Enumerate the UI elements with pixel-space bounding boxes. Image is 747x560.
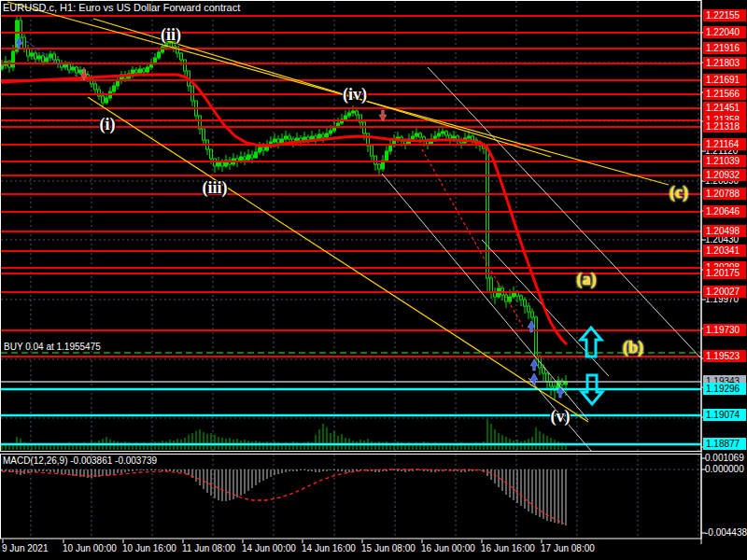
chart-title: EURUSD.c, H1: Euro vs US Dollar Forward … xyxy=(3,2,240,13)
candle-body xyxy=(274,139,276,142)
macd-layer xyxy=(1,455,701,539)
level-price-tag: 1.21164 xyxy=(703,138,746,150)
level-price-tag: 1.20498 xyxy=(703,225,746,237)
candle-body xyxy=(330,131,332,133)
candle-body xyxy=(247,155,250,160)
candle-body xyxy=(244,157,247,160)
candle-body xyxy=(251,155,254,158)
macd-scale-label: 0.000000 xyxy=(705,464,744,475)
candle-body xyxy=(374,156,377,164)
wave-label-a[interactable]: (a) xyxy=(577,270,597,289)
support-price-tag: 1.18877 xyxy=(703,438,746,450)
level-price-tag: 1.20646 xyxy=(703,205,746,217)
candle-body xyxy=(285,136,288,139)
candle-body xyxy=(94,84,97,90)
wave-label-ii[interactable]: (ii) xyxy=(161,25,181,45)
candle-body xyxy=(543,368,545,373)
candle-body xyxy=(12,51,15,67)
candle-body xyxy=(113,86,116,91)
candle-body xyxy=(389,145,392,151)
candle-body xyxy=(356,111,359,115)
wave-label-c[interactable]: (c) xyxy=(669,183,688,203)
candle-body xyxy=(528,306,530,312)
candle-body xyxy=(147,67,149,72)
candle-body xyxy=(262,147,265,150)
candle-body xyxy=(322,134,325,137)
candle-body xyxy=(449,135,452,138)
candle-body xyxy=(348,113,351,116)
level-price-tag: 1.19730 xyxy=(703,324,746,336)
candle-body xyxy=(419,133,422,137)
candle-body xyxy=(535,317,538,357)
level-price-tag: 1.20027 xyxy=(703,286,746,298)
buy-position-label: BUY 0.04 at 1.1955475 xyxy=(4,342,101,352)
candle-body xyxy=(64,64,67,67)
candle-body xyxy=(38,56,41,59)
candle-body xyxy=(76,67,78,73)
candle-body xyxy=(531,312,534,317)
time-axis-label: 17 Jun 08:00 xyxy=(541,543,595,553)
candle-body xyxy=(352,111,355,113)
level-price-tag: 1.20341 xyxy=(703,245,746,257)
candle-body xyxy=(472,136,474,140)
level-price-tag: 1.22040 xyxy=(703,26,746,38)
candle-body xyxy=(315,136,317,139)
level-price-tag: 1.21318 xyxy=(703,120,746,133)
support-price-tag: 1.19074 xyxy=(703,409,746,421)
candle-body xyxy=(468,136,471,138)
candle-body xyxy=(546,373,549,382)
level-price-tag: 1.22155 xyxy=(703,9,746,21)
candle-body xyxy=(218,162,220,166)
candle-body xyxy=(31,53,34,56)
candle-body xyxy=(79,70,82,73)
candle-body xyxy=(453,136,456,138)
candle-body xyxy=(42,56,45,62)
candle-body xyxy=(135,70,138,73)
candle-body xyxy=(143,69,146,72)
trade-buy-arrow-icon xyxy=(530,373,538,385)
candle-body xyxy=(132,70,134,74)
wave-label-b[interactable]: (b) xyxy=(623,338,643,357)
candle-body xyxy=(386,151,388,161)
candle-body xyxy=(184,60,187,71)
wave-label-iii[interactable]: (iii) xyxy=(203,178,228,198)
macd-signal-line xyxy=(2,469,564,524)
time-axis-label: 14 Jun 00:00 xyxy=(242,543,296,553)
candle-body xyxy=(35,53,37,59)
chart-canvas[interactable] xyxy=(0,0,747,560)
candle-body xyxy=(259,147,261,152)
candle-body xyxy=(345,116,347,119)
time-axis-label: 15 Jun 08:00 xyxy=(361,543,416,553)
level-price-tag: 1.19523 xyxy=(703,350,746,362)
wave-label-v[interactable]: (v) xyxy=(551,407,571,427)
wave-label-i[interactable]: (i) xyxy=(100,115,116,134)
candle-body xyxy=(486,148,489,278)
level-price-tag: 1.21566 xyxy=(703,88,746,100)
candle-body xyxy=(210,149,213,159)
candle-body xyxy=(520,296,523,300)
level-price-tag: 1.21803 xyxy=(703,57,746,69)
candle-body xyxy=(72,67,75,70)
main-chart-layer xyxy=(0,1,701,451)
candle-body xyxy=(139,69,142,73)
candle-body xyxy=(438,133,441,136)
candle-body xyxy=(102,96,105,103)
candle-body xyxy=(180,53,183,60)
candle-body xyxy=(158,52,161,58)
candle-body xyxy=(20,21,22,37)
time-axis-label: 10 Jun 16:00 xyxy=(122,543,176,553)
moving-average-line xyxy=(0,75,567,344)
candle-body xyxy=(27,49,30,56)
candle-body xyxy=(46,58,49,62)
wave-label-iv[interactable]: (iv) xyxy=(343,85,367,105)
level-price-tag: 1.20788 xyxy=(703,188,746,200)
candle-body xyxy=(289,136,291,139)
macd-scale-label: -0.004438 xyxy=(705,527,747,539)
candle-body xyxy=(203,129,205,140)
time-axis-label: 16 Jun 16:00 xyxy=(481,543,535,553)
candle-body xyxy=(106,98,108,103)
level-price-tag: 1.21691 xyxy=(703,74,746,86)
candle-body xyxy=(255,152,258,158)
trendline-white[interactable] xyxy=(382,174,588,420)
candle-body xyxy=(378,164,381,169)
